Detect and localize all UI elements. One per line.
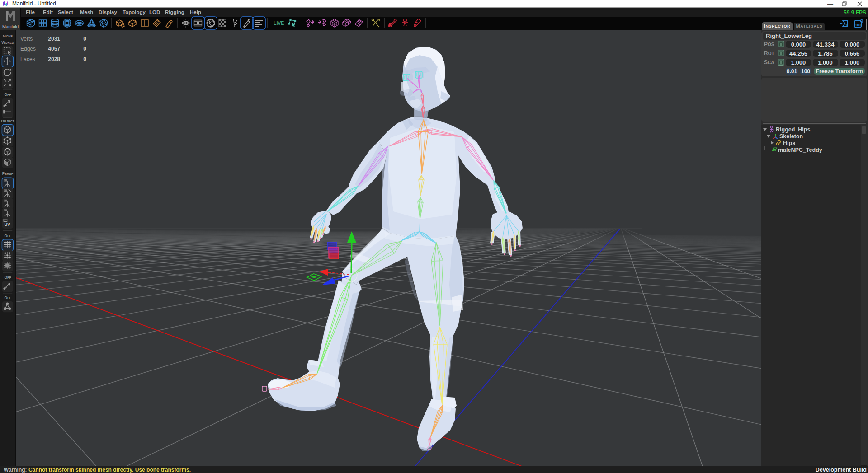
svg-text:OFF: OFF	[4, 234, 11, 238]
svg-text:Hips: Hips	[783, 140, 795, 146]
svg-text:UV: UV	[5, 222, 11, 227]
svg-text:maleNPC_Teddy: maleNPC_Teddy	[778, 147, 822, 153]
svg-text:Rigged_Hips: Rigged_Hips	[776, 126, 810, 133]
svg-text:OFF: OFF	[4, 275, 11, 280]
svg-text:MOVE: MOVE	[3, 34, 13, 38]
svg-text:OFF: OFF	[4, 92, 11, 97]
svg-text:1: 1	[845, 23, 847, 27]
svg-text:LIVE: LIVE	[274, 20, 284, 26]
svg-text:PERSP: PERSP	[2, 171, 14, 176]
svg-text:100: 100	[855, 23, 861, 27]
svg-text:OFF: OFF	[4, 295, 11, 300]
svg-text:OBJECT: OBJECT	[1, 119, 14, 123]
svg-text:Skeleton: Skeleton	[779, 133, 803, 140]
svg-text:WORLD: WORLD	[1, 40, 14, 45]
